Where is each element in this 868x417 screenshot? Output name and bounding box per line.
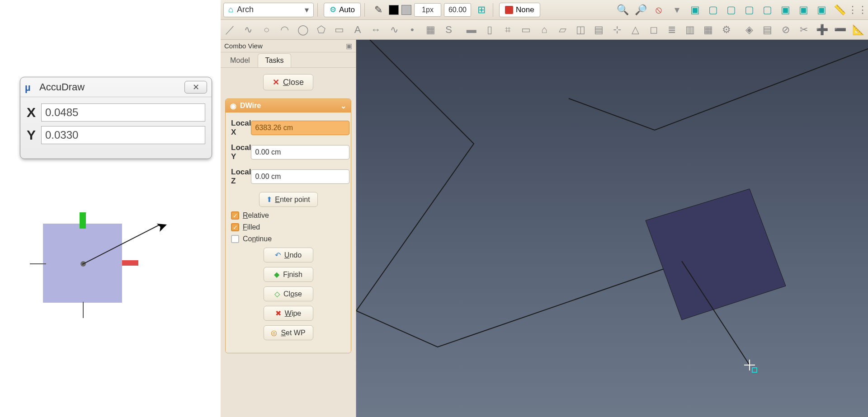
schedule-tool-button[interactable]: ▤ (760, 22, 774, 37)
bspline-tool-button[interactable]: ∿ (387, 22, 401, 37)
view-axo-button[interactable]: ▣ (814, 2, 829, 18)
construction-mode-button[interactable]: ✎ (371, 2, 386, 18)
undo-button[interactable]: ↶ Undo (264, 248, 313, 262)
local-x-input[interactable] (251, 121, 349, 135)
zoom-out-button[interactable]: 🔎 (633, 2, 648, 18)
filled-checkbox-row[interactable]: ✓ Filled (231, 223, 345, 231)
circle-tool-button[interactable]: ○ (260, 22, 274, 37)
accudraw-y-label: Y (27, 127, 41, 143)
tab-tasks[interactable]: Tasks (258, 53, 292, 67)
view-front-button[interactable]: ▢ (705, 2, 721, 18)
enter-point-button[interactable]: ⬆ Enter point (259, 192, 318, 207)
polygon-tool-button[interactable]: ⬠ (314, 22, 328, 37)
viewport-3d[interactable] (356, 40, 868, 417)
line-color-swatch[interactable] (389, 5, 399, 15)
view-top-button[interactable]: ▢ (723, 2, 739, 18)
wipe-button[interactable]: ✖ Wipe (264, 306, 313, 321)
current-layer-button[interactable]: None (499, 3, 540, 17)
rectangle-tool-button[interactable]: ▭ (333, 22, 346, 37)
local-z-input[interactable] (251, 169, 349, 184)
zoom-cancel-button[interactable]: ⦸ (651, 2, 666, 18)
frame-tool-button[interactable]: ▦ (701, 22, 715, 37)
point-tool-button[interactable]: • (406, 22, 419, 37)
dimension-tool-button[interactable]: ↔ (369, 22, 382, 37)
accudraw-body: X Y (20, 97, 212, 159)
dwire-close-button[interactable]: ◇ Close (264, 286, 313, 301)
workbench-selector[interactable]: ⌂ Arch ▾ (223, 3, 314, 17)
view-rear-button[interactable]: ▢ (760, 2, 775, 18)
accudraw-x-row: X (27, 103, 205, 122)
toggle-grid-button[interactable]: ⋮⋮ (850, 2, 865, 18)
shapestring-tool-button[interactable]: S (442, 22, 455, 37)
text-tool-button[interactable]: A (351, 22, 364, 37)
face-color-swatch[interactable] (401, 5, 411, 15)
finish-icon: ◆ (274, 270, 279, 279)
set-wp-button[interactable]: ◎ Set WP (264, 325, 313, 340)
wire-tool-button[interactable]: ∿ (241, 22, 255, 37)
grid-toggle-button[interactable]: ⊞ (474, 2, 489, 18)
toolbar-arch: ／ ∿ ○ ◠ ◯ ⬠ ▭ A ↔ ∿ • ▦ S ▬ ▯ ⌗ ▭ ⌂ ▱ ◫ … (221, 20, 868, 40)
accudraw-titlebar[interactable]: µ AccuDraw ✕ (20, 77, 212, 97)
zoom-dropdown-button[interactable]: ▾ (669, 2, 684, 18)
line-width-input[interactable] (414, 3, 441, 17)
finish-button[interactable]: ◆ Finish (264, 267, 313, 282)
combo-view-header: Combo View ▣ (221, 40, 356, 52)
remove-tool-button[interactable]: ➖ (833, 22, 847, 37)
collapse-icon[interactable]: ⌄ (340, 102, 346, 110)
relative-checkbox-row[interactable]: ✓ Relative (231, 211, 345, 220)
auto-group-button[interactable]: ⚙ Auto (324, 3, 361, 17)
dwire-task-group: ◉ DWire ⌄ Local X ✓ Local Y ✓ (225, 98, 351, 353)
cut-tool-button[interactable]: ✂ (797, 22, 811, 37)
section-tool-button[interactable]: ▤ (592, 22, 606, 37)
space-tool-button[interactable]: ◻ (646, 22, 660, 37)
close-loop-icon: ◇ (274, 290, 280, 298)
task-close-label: Close (283, 78, 304, 87)
combo-view-title: Combo View (224, 42, 263, 50)
view-left-button[interactable]: ▣ (796, 2, 811, 18)
toolbar-top: ⌂ Arch ▾ ⚙ Auto ✎ ⊞ None 🔍 🔎 ⦸ ▾ ▣ ▢ ▢ ▢… (221, 0, 868, 20)
measure-button[interactable]: 📏 (832, 2, 847, 18)
tab-model[interactable]: Model (222, 53, 258, 67)
facebinder-tool-button[interactable]: ▦ (424, 22, 437, 37)
task-close-button[interactable]: ✕ Close (263, 74, 313, 90)
arc-tool-button[interactable]: ◠ (278, 22, 292, 37)
equipment-tool-button[interactable]: ⚙ (720, 22, 733, 37)
auto-label: Auto (339, 5, 355, 14)
dwire-task-header[interactable]: ◉ DWire ⌄ (226, 99, 351, 112)
zoom-in-button[interactable]: 🔍 (615, 2, 630, 18)
site-tool-button[interactable]: ▱ (556, 22, 569, 37)
roof-tool-button[interactable]: △ (628, 22, 642, 37)
compass-drag-line (82, 224, 161, 267)
local-y-input[interactable] (251, 145, 349, 159)
dock-icon[interactable]: ▣ (346, 42, 352, 50)
dwire-title: DWire (240, 102, 261, 110)
angle-input[interactable] (444, 3, 471, 17)
panel-tool-button[interactable]: ▥ (683, 22, 697, 37)
view-right-button[interactable]: ▢ (741, 2, 757, 18)
stairs-tool-button[interactable]: ≣ (665, 22, 679, 37)
axis-tool-button[interactable]: ⊹ (610, 22, 624, 37)
window-tool-button[interactable]: ◫ (574, 22, 587, 37)
dwire-icon: ◉ (230, 102, 236, 110)
ellipse-tool-button[interactable]: ◯ (296, 22, 310, 37)
view-iso-button[interactable]: ▣ (687, 2, 703, 18)
building-tool-button[interactable]: ⌂ (538, 22, 551, 37)
floor-tool-button[interactable]: ▭ (519, 22, 533, 37)
pipe-tool-button[interactable]: ⊘ (778, 22, 792, 37)
wall-tool-button[interactable]: ▬ (465, 22, 478, 37)
rebar-tool-button[interactable]: ⌗ (501, 22, 514, 37)
line-tool-button[interactable]: ／ (223, 22, 237, 37)
view-bottom-button[interactable]: ▣ (778, 2, 793, 18)
material-tool-button[interactable]: ◈ (742, 22, 756, 37)
structure-tool-button[interactable]: ▯ (483, 22, 496, 37)
accudraw-close-button[interactable]: ✕ (184, 81, 207, 94)
add-tool-button[interactable]: ➕ (815, 22, 829, 37)
continue-checkbox-row[interactable]: Continue (231, 235, 345, 243)
compass-cross-v (83, 302, 84, 318)
task-body: ✕ Close ◉ DWire ⌄ Local X ✓ (221, 68, 356, 417)
survey-tool-button[interactable]: 📐 (852, 22, 865, 37)
checkbox-off-icon (231, 235, 239, 243)
accudraw-x-input[interactable] (41, 103, 205, 122)
accudraw-y-input[interactable] (41, 126, 205, 144)
filled-label: Filled (243, 223, 260, 231)
